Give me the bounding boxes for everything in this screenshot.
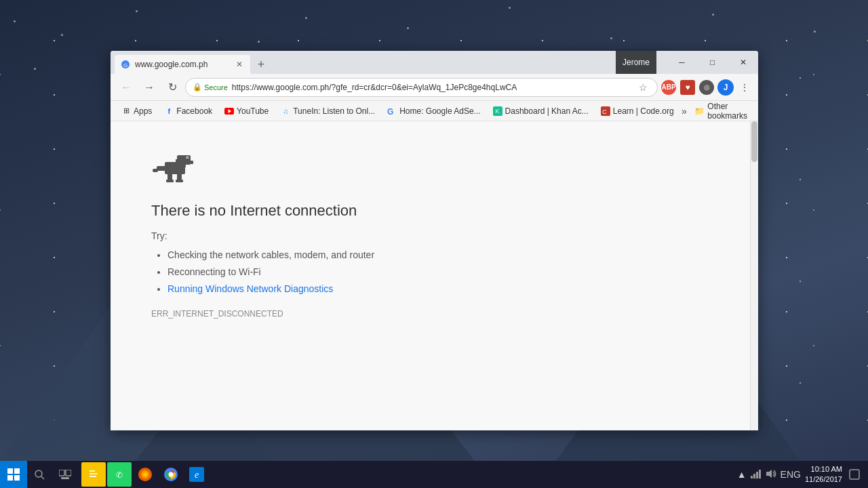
bookmark-codeorg-label: Learn | Code.org (613, 106, 674, 116)
profile-circle-icon[interactable]: J (717, 79, 734, 96)
refresh-button[interactable]: ↻ (162, 77, 182, 98)
back-button[interactable]: ← (116, 77, 136, 98)
firefox-icon (138, 467, 153, 482)
svg-rect-43 (753, 474, 755, 479)
desktop-dot (610, 37, 612, 39)
date-display: 11/26/2017 (805, 474, 842, 485)
error-code: ERR_INTERNET_DISCONNECTED (151, 309, 709, 319)
heart-extension-icon[interactable]: ♥ (679, 79, 696, 96)
sticky-notes-icon (87, 468, 100, 481)
new-tab-button[interactable]: + (252, 55, 271, 74)
bookmark-star-icon[interactable]: ☆ (635, 80, 650, 95)
svg-text:e: e (195, 470, 199, 480)
other-bookmarks-label: Other bookmarks (707, 102, 747, 121)
lang-text: ENG (781, 469, 801, 480)
tab-title: www.google.com.ph (135, 60, 230, 69)
hidden-icons-button[interactable]: ▲ (737, 469, 747, 480)
profile-button[interactable]: Jerome (616, 51, 656, 74)
taskbar-search-button[interactable] (27, 461, 52, 488)
bookmark-google-ads[interactable]: G Home: Google AdSe... (382, 105, 486, 117)
bookmark-codeorg[interactable]: C Learn | Code.org (595, 105, 679, 117)
bookmark-khan[interactable]: K Dashboard | Khan Ac... (488, 105, 594, 117)
task-view-button[interactable] (52, 461, 79, 488)
secure-label: Secure (204, 83, 228, 92)
vpn-extension-icon[interactable]: ◎ (698, 79, 715, 96)
notification-center-button[interactable] (846, 466, 863, 483)
svg-text:✆: ✆ (116, 470, 123, 480)
tab-favicon: G (120, 59, 131, 70)
network-status-icon (751, 469, 762, 479)
svg-rect-32 (90, 476, 96, 477)
desktop-dot (34, 68, 36, 70)
bookmark-tunein-label: TuneIn: Listen to Onl... (293, 106, 375, 116)
language-indicator[interactable]: ENG (781, 469, 801, 480)
time-display: 10:10 AM (805, 464, 842, 474)
suggestion-wifi: Reconnecting to Wi-Fi (167, 264, 709, 281)
chrome-menu-button[interactable]: ⋮ (736, 79, 753, 96)
bookmarks-bar: ⊞ Apps f Facebook YouTube ♫ TuneIn: List… (111, 101, 758, 121)
search-icon (34, 469, 45, 480)
dino-body (153, 155, 193, 182)
svg-text:C: C (602, 108, 607, 115)
abp-extension-icon[interactable]: ABP (660, 79, 677, 96)
chrome-icon (163, 467, 178, 482)
codeorg-icon: C (601, 106, 610, 116)
desktop-dot (136, 10, 138, 12)
browser-tab[interactable]: G www.google.com.ph ✕ (115, 55, 250, 74)
whatsapp-app[interactable]: ✆ (107, 462, 132, 487)
svg-rect-18 (166, 180, 174, 182)
svg-rect-31 (90, 473, 98, 474)
scrollbar-thumb[interactable] (751, 121, 757, 162)
scrollbar[interactable] (750, 121, 758, 430)
apps-icon: ⊞ (121, 106, 131, 116)
error-title: There is no Internet connection (151, 202, 709, 220)
bookmark-facebook-label: Facebook (176, 106, 212, 116)
desktop-dot (712, 14, 714, 16)
tab-close-button[interactable]: ✕ (234, 59, 245, 70)
svg-point-39 (169, 472, 174, 477)
window-controls: ─ □ ✕ (667, 51, 758, 74)
forward-button[interactable]: → (139, 77, 159, 98)
speaker-icon (766, 469, 776, 479)
minimize-button[interactable]: ─ (667, 51, 697, 74)
bookmark-youtube[interactable]: YouTube (219, 105, 274, 117)
svg-rect-47 (850, 470, 859, 479)
khan-icon: K (493, 106, 502, 116)
system-tray: ▲ ENG 10:10 AM 11/26/2017 (732, 461, 868, 488)
svg-point-37 (143, 472, 147, 476)
bookmark-apps[interactable]: ⊞ Apps (116, 105, 157, 117)
bookmark-google-ads-label: Home: Google AdSe... (399, 106, 480, 116)
extension-icons: ABP ♥ ◎ J (660, 79, 734, 96)
svg-rect-11 (187, 157, 189, 159)
other-bookmarks-button[interactable]: 📁 Other bookmarks (689, 100, 753, 122)
dino-icon (151, 148, 199, 186)
lock-icon: 🔒 (193, 83, 202, 92)
network-icon[interactable] (751, 469, 762, 481)
chrome-app[interactable] (159, 462, 183, 487)
sticky-notes-app[interactable] (81, 462, 106, 487)
diagnostics-link[interactable]: Running Windows Network Diagnostics (167, 283, 333, 294)
firefox-app[interactable] (133, 462, 157, 487)
clock[interactable]: 10:10 AM 11/26/2017 (805, 464, 842, 485)
svg-line-25 (41, 476, 44, 479)
svg-rect-45 (759, 470, 761, 479)
bookmark-khan-label: Dashboard | Khan Ac... (505, 106, 589, 116)
close-button[interactable]: ✕ (728, 51, 758, 74)
edge-app[interactable]: e (184, 462, 209, 487)
bookmarks-more-button[interactable]: » (681, 103, 688, 119)
svg-rect-44 (756, 472, 758, 479)
address-bar[interactable]: 🔒 Secure https://www.google.com.ph/?gfe_… (185, 78, 658, 97)
start-button[interactable] (0, 461, 27, 488)
desktop-dot (407, 27, 409, 29)
taskbar-apps: ✆ e (81, 462, 209, 487)
svg-rect-12 (176, 159, 181, 165)
secure-badge: 🔒 Secure (193, 83, 228, 92)
volume-icon[interactable] (766, 469, 776, 481)
desktop-dot (14, 20, 16, 22)
desktop-dot (61, 34, 63, 36)
bookmark-facebook[interactable]: f Facebook (159, 105, 218, 117)
bookmark-tunein[interactable]: ♫ TuneIn: Listen to Onl... (275, 105, 380, 117)
taskbar: ✆ e (0, 461, 868, 488)
svg-rect-17 (176, 180, 183, 182)
maximize-button[interactable]: □ (697, 51, 728, 74)
